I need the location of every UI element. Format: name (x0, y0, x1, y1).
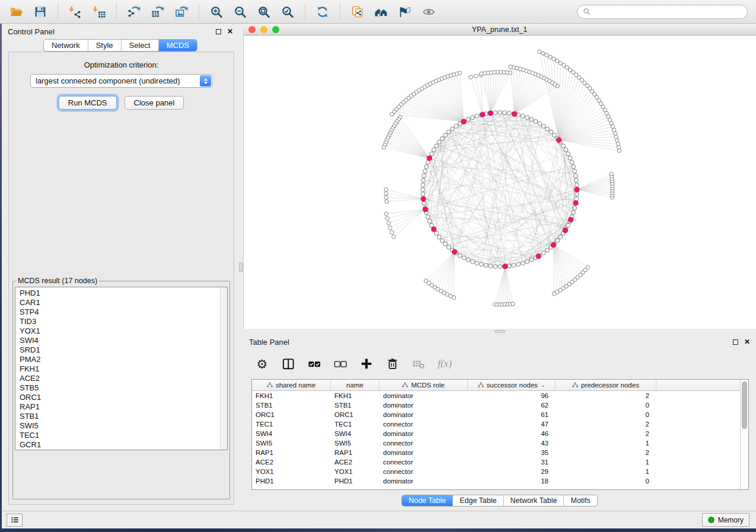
zoom-in-button[interactable] (205, 2, 228, 21)
function-builder-button[interactable]: f(x) (434, 354, 455, 373)
delete-selected-button[interactable] (382, 354, 403, 373)
cell-successors[interactable]: 43 (468, 438, 556, 448)
cell-name[interactable]: RAP1 (331, 448, 379, 457)
table-options-button[interactable]: ⚙ (251, 354, 273, 373)
table-row[interactable]: RAP1RAP1dominator352 (252, 448, 740, 457)
cell-role[interactable]: connector (379, 419, 468, 429)
close-panel-icon[interactable]: ✕ (744, 338, 750, 345)
cell-shared[interactable]: STB1 (252, 400, 331, 410)
table-row[interactable]: YOX1YOX1connector291 (252, 467, 740, 476)
table-row[interactable]: TEC1TEC1connector472 (252, 419, 740, 429)
cell-shared[interactable]: ACE2 (252, 457, 331, 467)
search-input[interactable] (594, 7, 742, 17)
mcds-hub-node[interactable] (551, 242, 556, 247)
mcds-hub-node[interactable] (563, 228, 567, 233)
export-network-button[interactable] (122, 2, 146, 21)
mcds-hub-node[interactable] (432, 227, 436, 232)
memory-button[interactable]: Memory (702, 513, 749, 527)
cell-predecessors[interactable]: 2 (556, 448, 656, 457)
mcds-hub-node[interactable] (503, 264, 508, 269)
list-item[interactable]: SRD1 (20, 345, 220, 355)
tab-network-table[interactable]: Network Table (503, 495, 564, 506)
cell-role[interactable]: dominator (379, 400, 468, 410)
table-row[interactable]: ORC1ORC1dominator610 (252, 410, 740, 419)
cell-role[interactable]: connector (379, 438, 468, 448)
close-panel-icon[interactable]: ✕ (227, 28, 233, 35)
search-field[interactable] (577, 5, 748, 19)
list-item[interactable]: RAP1 (20, 402, 220, 412)
cell-successors[interactable]: 62 (468, 400, 556, 410)
splitter-grip[interactable] (239, 262, 243, 272)
mcds-hub-node[interactable] (536, 254, 541, 259)
close-panel-button[interactable]: Close panel (125, 96, 184, 110)
cell-successors[interactable]: 18 (468, 476, 556, 486)
close-window-icon[interactable] (248, 26, 256, 33)
cell-successors[interactable]: 96 (468, 391, 556, 400)
tab-motifs[interactable]: Motifs (563, 495, 596, 506)
tab-select[interactable]: Select (121, 40, 158, 51)
mcds-hub-node[interactable] (569, 217, 573, 222)
list-item[interactable]: STB1 (20, 412, 220, 421)
new-network-from-selection-button[interactable] (346, 2, 369, 21)
column-header-shared-name[interactable]: shared name (252, 380, 331, 390)
list-item[interactable]: CAR1 (20, 298, 220, 307)
mcds-hub-node[interactable] (452, 249, 457, 254)
cell-name[interactable]: TEC1 (331, 419, 379, 429)
cell-predecessors[interactable]: 1 (556, 467, 656, 476)
zoom-out-button[interactable] (228, 2, 252, 21)
mcds-hub-node[interactable] (512, 111, 517, 116)
table-scrollbar[interactable] (740, 380, 748, 489)
list-item[interactable]: ORC1 (20, 393, 220, 402)
table-row[interactable]: PHD1PHD1dominator180 (252, 476, 740, 486)
list-item[interactable]: SWI5 (20, 421, 220, 431)
mcds-hub-node[interactable] (557, 137, 562, 142)
table-row[interactable]: SWI4SWI4dominator462 (252, 429, 740, 438)
list-item[interactable]: FKH1 (20, 364, 220, 374)
list-scrollbar[interactable] (220, 287, 227, 450)
tab-node-table[interactable]: Node Table (402, 495, 452, 506)
float-panel-icon[interactable] (733, 339, 738, 345)
show-columns-button[interactable] (277, 354, 299, 373)
add-button[interactable] (356, 354, 377, 373)
mcds-result-list[interactable]: PHD1CAR1STP4TID3YOX1SWI4SRD1PMA2FKH1ACE2… (15, 287, 228, 450)
table-row[interactable]: SWI5SWI5connector431 (252, 438, 740, 448)
show-graphics-details-button[interactable] (417, 2, 441, 21)
cell-name[interactable]: STB1 (331, 400, 379, 410)
apply-layout-button[interactable] (311, 2, 334, 21)
export-image-button[interactable] (170, 2, 193, 21)
cell-shared[interactable]: RAP1 (252, 448, 331, 457)
mcds-hub-node[interactable] (421, 197, 426, 201)
cell-name[interactable]: ORC1 (331, 410, 379, 419)
mcds-hub-node[interactable] (488, 111, 493, 116)
column-header-MCDS-role[interactable]: MCDS role (379, 380, 468, 390)
mcds-hub-node[interactable] (461, 119, 466, 124)
destroy-table-button[interactable] (408, 354, 429, 373)
mcds-hub-node[interactable] (480, 112, 485, 117)
task-history-button[interactable] (7, 514, 23, 527)
list-item[interactable]: TID3 (20, 317, 220, 326)
tab-mcds[interactable]: MCDS (158, 40, 197, 51)
import-table-button[interactable] (87, 2, 111, 21)
cell-successors[interactable]: 47 (468, 419, 556, 429)
cell-shared[interactable]: SWI5 (252, 438, 331, 448)
cell-role[interactable]: dominator (379, 391, 468, 400)
tab-edge-table[interactable]: Edge Table (452, 495, 503, 506)
cell-name[interactable]: ACE2 (331, 457, 379, 467)
horizontal-splitter[interactable] (243, 329, 756, 334)
cell-successors[interactable]: 29 (468, 467, 556, 476)
cell-predecessors[interactable]: 1 (556, 438, 656, 448)
table-row[interactable]: FKH1FKH1dominator962 (252, 391, 740, 400)
cell-shared[interactable]: PHD1 (252, 476, 331, 486)
mcds-hub-node[interactable] (575, 187, 579, 192)
mcds-hub-node[interactable] (573, 201, 578, 206)
list-item[interactable]: STB5 (20, 383, 220, 393)
cell-shared[interactable]: SWI4 (252, 429, 331, 438)
list-item[interactable]: SWI4 (20, 336, 220, 345)
cell-predecessors[interactable]: 0 (556, 476, 656, 486)
cell-successors[interactable]: 61 (468, 410, 556, 419)
list-item[interactable]: GCR1 (20, 440, 220, 450)
cell-predecessors[interactable]: 2 (556, 429, 656, 438)
cell-name[interactable]: SWI5 (331, 438, 379, 448)
cell-role[interactable]: dominator (379, 410, 468, 419)
cell-role[interactable]: dominator (379, 476, 468, 486)
